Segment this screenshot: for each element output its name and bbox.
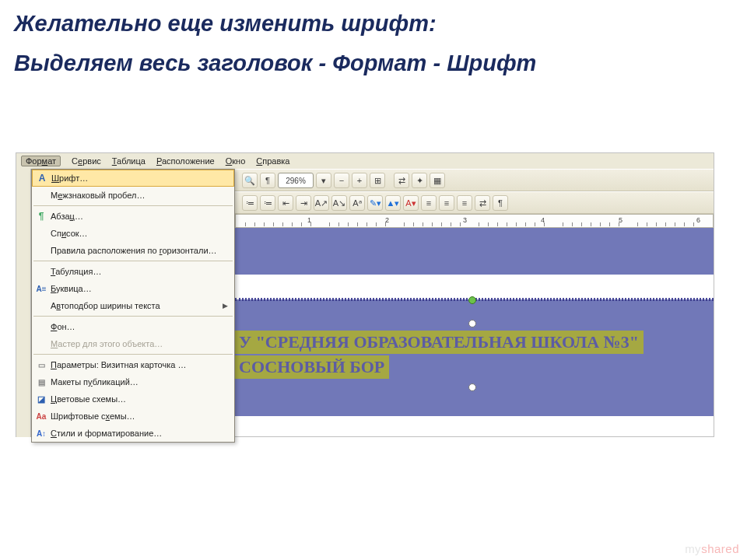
dd-font[interactable]: A Шрифт… xyxy=(32,170,234,187)
card-icon: ▭ xyxy=(32,356,51,373)
zoom-out-icon[interactable]: − xyxy=(334,173,349,188)
dd-color-schemes[interactable]: ◪ Цветовые схемы… xyxy=(32,390,234,408)
ltr-icon[interactable]: A↗ xyxy=(314,195,329,211)
blank-icon xyxy=(32,187,51,204)
menubar[interactable]: Формат Сервис Таблица Расположение Окно … xyxy=(16,153,714,169)
styles-icon: A↕ xyxy=(32,425,51,442)
slide-heading-1: Желательно еще изменить шрифт: xyxy=(0,0,747,41)
dd-wizard: Мастер для этого объекта… xyxy=(32,335,234,352)
separator xyxy=(33,205,233,206)
selected-text-line-1[interactable]: У "СРЕДНЯЯ ОБРАЗОВАТЕЛЬНАЯ ШКОЛА №3" xyxy=(235,331,644,354)
layouts-icon: ▤ xyxy=(32,373,51,390)
numbering-icon[interactable]: ≔ xyxy=(260,195,275,211)
zoom-in-icon[interactable]: + xyxy=(352,173,367,188)
blank-icon xyxy=(32,335,51,352)
horizontal-ruler[interactable]: 1 2 3 4 5 6 xyxy=(235,214,714,228)
pilcrow-icon[interactable]: ¶ xyxy=(260,173,275,188)
dd-char-spacing[interactable]: Межзнаковый пробел… xyxy=(32,187,234,204)
app-screenshot: Формат Сервис Таблица Расположение Окно … xyxy=(16,152,714,437)
separator xyxy=(33,261,233,261)
align-center-icon[interactable]: ≡ xyxy=(439,195,454,211)
dd-dropcap[interactable]: A≡ Буквица… xyxy=(32,280,234,297)
link-icon[interactable]: ⇄ xyxy=(394,173,409,188)
zoom-fit-icon[interactable]: ⊞ xyxy=(370,173,385,188)
dd-horizontal-rules[interactable]: Правила расположения по горизонтали… xyxy=(32,242,234,259)
blue-region-top xyxy=(235,228,714,275)
pilcrow-dd-icon: ¶ xyxy=(32,208,51,225)
blank-icon xyxy=(32,225,51,242)
zoom-dropdown-icon[interactable]: ▾ xyxy=(316,173,331,188)
menu-arrange[interactable]: Расположение xyxy=(156,156,215,166)
menu-service[interactable]: Сервис xyxy=(72,156,101,166)
watermark-pre: my xyxy=(685,542,701,555)
ruler-ticks: 1 2 3 4 5 6 xyxy=(236,215,713,227)
document-canvas[interactable]: У "СРЕДНЯЯ ОБРАЗОВАТЕЛЬНАЯ ШКОЛА №3" СОС… xyxy=(235,228,714,436)
resize-handle-top[interactable] xyxy=(468,320,476,327)
resize-handle-bottom[interactable] xyxy=(468,383,476,391)
blank-icon xyxy=(32,263,51,280)
grid-icon[interactable]: ▦ xyxy=(430,173,445,188)
dd-options-card[interactable]: ▭ Параметры: Визитная карточка … xyxy=(32,356,234,373)
columns-icon[interactable]: ⇄ xyxy=(475,195,490,211)
rotate-handle-icon[interactable] xyxy=(468,296,476,304)
paragraph-icon[interactable]: ¶ xyxy=(493,195,508,211)
menu-format[interactable]: Формат xyxy=(21,156,61,166)
fill-icon[interactable]: ✎▾ xyxy=(367,195,383,211)
dd-paragraph[interactable]: ¶ Абзац… xyxy=(32,208,234,225)
blue-region-main: У "СРЕДНЯЯ ОБРАЗОВАТЕЛЬНАЯ ШКОЛА №3" СОС… xyxy=(235,299,714,416)
dd-tabs[interactable]: Табуляция… xyxy=(32,263,234,280)
font-scheme-icon: Aа xyxy=(32,408,51,425)
dd-styles[interactable]: A↕ Стили и форматирование… xyxy=(32,425,234,442)
zoom-combo[interactable]: 296% xyxy=(278,173,314,188)
format-dropdown[interactable]: A Шрифт… Межзнаковый пробел… ¶ Абзац… Сп… xyxy=(31,169,235,443)
dd-background[interactable]: Фон… xyxy=(32,318,234,335)
submenu-arrow-icon: ▶ xyxy=(223,302,228,310)
blank-icon xyxy=(32,242,51,259)
gap-region xyxy=(235,275,714,299)
slide-heading-2: Выделяем весь заголовок - Формат - Шрифт xyxy=(0,41,747,77)
watermark: myshared xyxy=(685,542,739,555)
rtl-icon[interactable]: A↘ xyxy=(331,195,347,211)
menu-help[interactable]: Справка xyxy=(256,156,289,166)
blank-icon xyxy=(32,297,51,314)
align-left-icon[interactable]: ≡ xyxy=(421,195,437,211)
font-a-icon: A xyxy=(33,170,51,187)
separator xyxy=(33,354,233,355)
effects-icon[interactable]: ✦ xyxy=(412,173,427,188)
dd-font-schemes[interactable]: Aа Шрифтовые схемы… xyxy=(32,408,234,425)
indent-icon[interactable]: ⇥ xyxy=(296,195,311,211)
color-scheme-icon: ◪ xyxy=(32,390,51,408)
selected-text-line-2[interactable]: СОСНОВЫЙ БОР xyxy=(235,355,389,379)
dropcap-icon: A≡ xyxy=(32,280,51,297)
menu-window[interactable]: Окно xyxy=(226,156,246,166)
separator xyxy=(33,316,233,317)
menu-table[interactable]: Таблица xyxy=(112,156,146,166)
dd-pub-layouts[interactable]: ▤ Макеты публикаций… xyxy=(32,373,234,390)
line-icon[interactable]: ▲▾ xyxy=(385,195,401,211)
left-icon-strip xyxy=(16,169,31,437)
blank-icon xyxy=(32,318,51,335)
watermark-red: shared xyxy=(701,542,739,555)
find-icon[interactable]: 🔍 xyxy=(242,173,258,188)
dd-autofit[interactable]: Автоподбор ширины текста ▶ xyxy=(32,297,234,314)
align-right-icon[interactable]: ≡ xyxy=(457,195,472,211)
outdent-icon[interactable]: ⇤ xyxy=(278,195,293,211)
font-color-icon[interactable]: A▾ xyxy=(403,195,419,211)
dd-list[interactable]: Список… xyxy=(32,225,234,242)
font-size-icon[interactable]: Aᵃ xyxy=(349,195,365,211)
bullets-icon[interactable]: ≔ xyxy=(242,195,258,211)
